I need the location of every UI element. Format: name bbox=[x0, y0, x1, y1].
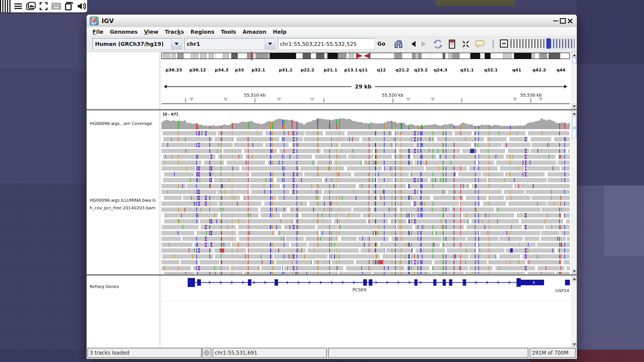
band-label: q42.2 bbox=[532, 67, 546, 72]
ruler-line bbox=[375, 86, 564, 87]
region-of-interest-tooltip-button[interactable] bbox=[475, 39, 485, 50]
ruler-tick-label: 55,520 kb bbox=[382, 93, 404, 98]
menu-icon[interactable] bbox=[12, 1, 24, 11]
triangle-up-icon bbox=[573, 53, 576, 56]
zoom-slider-thumb[interactable] bbox=[546, 38, 550, 49]
genome-select[interactable]: Human (GRCh37/hg19) bbox=[92, 38, 182, 50]
main-toolbar: Human (GRCh37/hg19) chr1 Go bbox=[87, 37, 577, 52]
igv-icon-text: igv bbox=[91, 22, 96, 25]
cursor-position-status: chr1:55,531,691 bbox=[213, 348, 327, 358]
chromosome-select[interactable]: chr1 bbox=[184, 38, 276, 50]
locus-panel-scrollbar[interactable] bbox=[572, 52, 577, 109]
band-label: q32.1 bbox=[484, 67, 498, 72]
band-label: q23.2 bbox=[414, 67, 428, 72]
chevron-down-icon bbox=[175, 43, 178, 47]
fullscreen-icon[interactable] bbox=[38, 1, 49, 11]
coverage-range-label: [0 - 67] bbox=[163, 112, 178, 116]
band-label: p33 bbox=[235, 67, 244, 72]
genes-track-name[interactable]: Refseq Genes bbox=[90, 283, 119, 290]
keyboard-icon[interactable] bbox=[51, 1, 62, 11]
download-marker-icon bbox=[310, 98, 314, 104]
menu-tracks[interactable]: Tracks bbox=[162, 28, 187, 36]
panel-splitter[interactable] bbox=[87, 109, 577, 110]
panel-splitter[interactable] bbox=[87, 274, 577, 276]
scrollbar-thumb[interactable] bbox=[572, 58, 577, 63]
go-button[interactable]: Go bbox=[376, 39, 387, 49]
name-data-divider[interactable] bbox=[160, 110, 160, 274]
chromosome-ideogram[interactable] bbox=[162, 52, 570, 66]
ruler-tick bbox=[530, 98, 531, 103]
screenshot-icon[interactable] bbox=[26, 1, 36, 11]
scroll-up-button[interactable] bbox=[572, 52, 577, 58]
gene-label-pcsk9[interactable]: PCSK9 bbox=[352, 287, 366, 292]
title-bar[interactable]: igv IGV bbox=[87, 15, 577, 27]
gene-label-usp24[interactable]: USP24 bbox=[556, 288, 570, 293]
menu-amazon[interactable]: Amazon bbox=[239, 28, 270, 36]
ruler-tick-label: 55,510 kb bbox=[244, 93, 266, 98]
coverage-and-alignment-data[interactable] bbox=[162, 111, 570, 274]
band-label: q24.3 bbox=[434, 67, 447, 72]
ruler-tick bbox=[462, 98, 462, 103]
alignment-track-name-line1[interactable]: HG00096.wgs.ILLUMINA.bwa.G bbox=[90, 197, 156, 203]
menu-genomes[interactable]: Genomes bbox=[106, 28, 141, 36]
download-marker-icon bbox=[538, 98, 543, 104]
genome-select-arrow[interactable] bbox=[171, 39, 182, 49]
copy-window-icon[interactable] bbox=[64, 1, 74, 11]
ideogram-band-labels: p36.23 p36.12 p34.3 p33 p32.1 p31.1 p22.… bbox=[162, 67, 570, 73]
menu-help[interactable]: Help bbox=[270, 28, 290, 36]
close-button[interactable] bbox=[566, 17, 574, 24]
tracks-loaded-status: 3 tracks loaded bbox=[88, 348, 202, 358]
zoom-slider[interactable] bbox=[510, 39, 574, 48]
ruler-right-arrowhead bbox=[564, 85, 569, 88]
menu-regions[interactable]: Regions bbox=[187, 28, 218, 36]
scroll-up-button[interactable] bbox=[572, 276, 577, 281]
fit-to-window-button[interactable] bbox=[462, 39, 470, 50]
define-region-button[interactable] bbox=[448, 39, 456, 50]
back-button[interactable] bbox=[409, 39, 415, 49]
refresh-button[interactable] bbox=[432, 39, 443, 50]
feature-panel: Refseq Genes PCSK9 USP24 bbox=[87, 276, 577, 347]
scroll-down-button[interactable] bbox=[572, 269, 577, 274]
locus-input[interactable] bbox=[278, 38, 375, 50]
zoom-out-button[interactable] bbox=[500, 39, 508, 47]
band-label: q44 bbox=[556, 67, 566, 72]
name-data-divider[interactable] bbox=[160, 276, 160, 347]
back-arrow-icon bbox=[408, 41, 416, 47]
scroll-up-button[interactable] bbox=[572, 111, 577, 116]
chromosome-select-arrow[interactable] bbox=[265, 39, 275, 49]
home-button[interactable] bbox=[394, 39, 403, 49]
minimize-button[interactable] bbox=[552, 17, 559, 24]
ruler[interactable]: 29 kb 55,510 kb 55,520 kb 55,530 kb bbox=[162, 84, 570, 107]
feature-panel-scrollbar[interactable] bbox=[572, 276, 577, 347]
status-bar: 3 tracks loaded chr1:55,531,691 291M of … bbox=[87, 347, 577, 359]
grip-handle[interactable] bbox=[0, 0, 11, 12]
menu-bar: File Genomes View Tracks Regions Tools A… bbox=[87, 27, 577, 37]
stop-indicator-icon bbox=[204, 350, 210, 356]
band-label: p22.2 bbox=[301, 67, 314, 72]
scroll-down-button[interactable] bbox=[572, 342, 577, 347]
band-label: p21.1 bbox=[324, 67, 337, 72]
download-marker-icon bbox=[223, 98, 228, 104]
band-label: p36.23 bbox=[166, 67, 182, 72]
menu-tools[interactable]: Tools bbox=[218, 28, 239, 36]
menu-view[interactable]: View bbox=[141, 28, 162, 36]
ruler-tick bbox=[185, 98, 186, 103]
forward-button[interactable] bbox=[422, 39, 428, 49]
alignment-panel-scrollbar[interactable] bbox=[572, 110, 577, 274]
scroll-down-button[interactable] bbox=[572, 104, 577, 109]
igv-window: igv IGV File Genomes View Tracks Regions… bbox=[86, 14, 577, 359]
alignment-track-name-line2[interactable]: h_cov_pcr_free.20140203.bam bbox=[90, 205, 156, 211]
volume-icon[interactable] bbox=[76, 1, 87, 11]
memory-status[interactable]: 291M of 700M bbox=[530, 348, 576, 358]
name-data-divider[interactable] bbox=[160, 52, 160, 109]
menu-file[interactable]: File bbox=[89, 28, 106, 36]
bg-right-mid bbox=[576, 64, 644, 185]
scrollbar-thumb[interactable] bbox=[572, 117, 577, 139]
chevron-down-icon bbox=[268, 43, 272, 47]
band-label: p34.3 bbox=[215, 67, 228, 72]
triangle-down-icon bbox=[573, 105, 576, 109]
coverage-track-name[interactable]: HG00096.wgs...am Coverage bbox=[90, 120, 152, 127]
maximize-button[interactable] bbox=[559, 17, 566, 24]
genome-select-value: Human (GRCh37/hg19) bbox=[93, 41, 171, 47]
bg-left-low bbox=[0, 183, 86, 350]
